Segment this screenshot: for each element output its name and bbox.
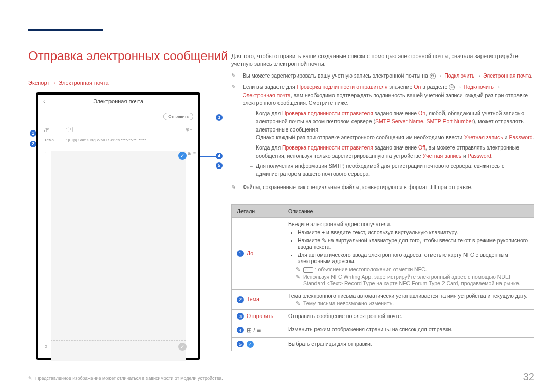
view-mode-icons: ⊞ ≡ [188, 151, 196, 156]
callout-1: 1 [30, 130, 36, 137]
callout-3: 3 [216, 114, 223, 121]
nfc-icon: ⊕− [186, 127, 192, 132]
page-number: 32 [523, 371, 534, 383]
breadcrumb: Экспорт → Электронная почта [28, 80, 109, 86]
row-callout: 5 [237, 341, 244, 347]
note-icon: ✎ [295, 300, 300, 306]
th-details: Детали [232, 205, 283, 218]
table-row: 1ДоВведите электронный адрес получателя.… [232, 218, 534, 290]
note-item: ✎Файлы, сохраненные как специальные файл… [231, 183, 534, 192]
th-description: Описание [283, 205, 534, 218]
table-row: 3ОтправитьОтправить сообщение по электро… [232, 309, 534, 323]
nfc-tag-icon: ⊕− [303, 267, 313, 273]
check-icon: ✓ [247, 341, 254, 348]
page-check-unselected-icon: ✓ [178, 343, 187, 351]
gear-icon: ⚙ [430, 73, 436, 79]
callout-2: 2 [30, 141, 36, 147]
row-callout: 3 [237, 313, 244, 320]
note-icon: ✎ [28, 376, 32, 381]
note-icon: ✎ [231, 83, 238, 180]
intro-paragraph: Для того, чтобы отправить ваши созданные… [231, 52, 534, 68]
note-item: ✎Вы можете зарегистрировать вашу учетную… [231, 72, 534, 80]
header-tab-indicator [28, 29, 103, 31]
plus-icon: + [68, 127, 73, 132]
subject-field: Тема : [Flip] Samsung WMH Series ****-**… [38, 135, 198, 145]
callout-5: 5 [216, 162, 223, 169]
table-row: 2ТемаТема электронного письма автоматиче… [232, 289, 534, 309]
back-icon: ‹ [43, 98, 45, 104]
note-icon: ✎ [231, 72, 238, 80]
details-table: Детали Описание 1ДоВведите электронный а… [231, 204, 534, 351]
view-toggle-icon: ⊞ / ≡ [247, 327, 261, 334]
device-screenshot: ‹ Электронная почта Отправить До : + ⊕− … [36, 92, 200, 360]
footnote: ✎ Представленное изображение может отлич… [28, 376, 223, 381]
table-row: 4⊞ / ≡Изменить режим отображения страниц… [232, 323, 534, 337]
note-icon: ✎ [231, 183, 238, 192]
note-icon: ✎ [295, 274, 300, 286]
notes-list: ✎Вы можете зарегистрировать вашу учетную… [231, 72, 534, 195]
note-item: ✎Если вы задаете для Проверка подлинност… [231, 83, 534, 180]
send-button-mock: Отправить [163, 113, 193, 120]
page-preview-area: 1 ⊞ ≡ ✓ 2 ✓ [51, 151, 186, 361]
screenshot-title: Электронная почта [93, 98, 143, 104]
row-callout: 2 [237, 296, 244, 303]
row-callout: 1 [237, 250, 244, 257]
note-icon: ✎ [295, 266, 300, 273]
callout-4: 4 [216, 153, 223, 159]
page-check-selected-icon: ✓ [178, 152, 187, 160]
gear-icon: ⚙ [449, 84, 455, 90]
header-divider [28, 31, 534, 31]
page-title: Отправка электронных сообщений [28, 49, 228, 63]
table-row: 5✓Выбрать страницы для отправки. [232, 337, 534, 351]
row-callout: 4 [237, 327, 244, 333]
to-field: До : + ⊕− [38, 124, 198, 135]
